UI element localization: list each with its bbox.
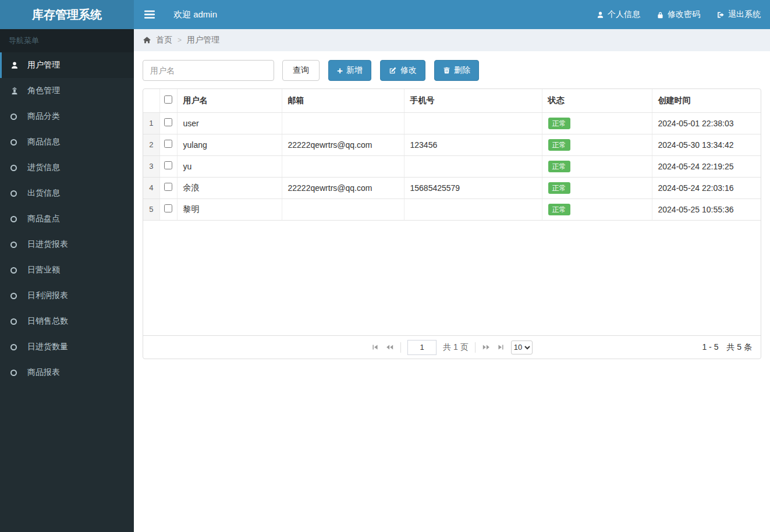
circle-icon — [10, 216, 23, 222]
status-badge: 正常 — [548, 118, 570, 129]
trash-icon — [443, 66, 450, 75]
sidebar-item-6[interactable]: 商品盘点 — [0, 206, 134, 232]
cell-phone — [404, 112, 542, 134]
breadcrumb-separator: > — [178, 36, 182, 44]
sidebar-item-11[interactable]: 日进货数量 — [0, 334, 134, 360]
total-pages-label: 共 1 页 — [443, 342, 469, 353]
row-checkbox[interactable] — [164, 204, 172, 212]
user-icon — [10, 61, 23, 69]
cell-username: 余浪 — [177, 177, 282, 198]
circle-icon — [10, 293, 23, 299]
row-checkbox[interactable] — [164, 140, 172, 148]
user-icon — [597, 11, 604, 19]
row-checkbox[interactable] — [164, 183, 172, 191]
cell-email: 22222qewrtrs@qq.com — [282, 177, 404, 198]
step-backward-icon — [371, 343, 379, 351]
cell-username: yulang — [177, 134, 282, 155]
sidebar-item-0[interactable]: 用户管理 — [0, 52, 134, 78]
table-row[interactable]: 5 黎明 正常 2024-05-25 10:55:36 — [143, 198, 761, 220]
page-number-input[interactable] — [407, 340, 437, 355]
table-row[interactable]: 2 yulang 22222qewrtrs@qq.com 123456 正常 2… — [143, 134, 761, 155]
sidebar: 库存管理系统 导航菜单 用户管理 角色管理 商品分类 商品信息 进货信息 出货信… — [0, 0, 134, 532]
row-index: 1 — [143, 112, 159, 134]
user-table-panel: 用户名 邮箱 手机号 状态 创建时间 1 user 正常 2024-05-01 … — [143, 88, 761, 359]
cell-phone — [404, 198, 542, 220]
prev-page-button[interactable] — [385, 343, 394, 351]
sidebar-item-8[interactable]: 日营业额 — [0, 257, 134, 283]
breadcrumb-home-label[interactable]: 首页 — [156, 35, 172, 45]
circle-icon — [10, 190, 23, 197]
row-index: 5 — [143, 198, 159, 220]
pager-divider — [400, 342, 401, 353]
cell-created: 2024-05-24 22:19:25 — [652, 155, 761, 177]
status-badge: 正常 — [548, 161, 570, 172]
cell-email: 22222qewrtrs@qq.com — [282, 134, 404, 155]
search-button[interactable]: 查询 — [282, 60, 320, 81]
record-range-label: 1 - 5 — [702, 342, 718, 353]
change-password-link[interactable]: 修改密码 — [648, 0, 708, 29]
select-all-checkbox[interactable] — [164, 95, 172, 104]
profile-link[interactable]: 个人信息 — [588, 0, 648, 29]
top-navbar: 欢迎 admin 个人信息 修改密码 退出系统 — [134, 0, 770, 29]
sidebar-item-7[interactable]: 日进货报表 — [0, 232, 134, 257]
home-icon — [143, 36, 151, 44]
row-checkbox[interactable] — [164, 161, 172, 169]
pager-divider — [475, 342, 476, 353]
sidebar-menu: 用户管理 角色管理 商品分类 商品信息 进货信息 出货信息 商品盘点 日进货报表… — [0, 52, 134, 385]
sidebar-item-1[interactable]: 角色管理 — [0, 78, 134, 104]
row-checkbox[interactable] — [164, 118, 172, 126]
cell-status: 正常 — [542, 177, 652, 198]
table-row[interactable]: 1 user 正常 2024-05-01 22:38:03 — [143, 112, 761, 134]
sidebar-item-9[interactable]: 日利润报表 — [0, 283, 134, 308]
table-row[interactable]: 4 余浪 22222qewrtrs@qq.com 15685425579 正常 … — [143, 177, 761, 198]
toolbar: 查询 + 新增 修改 删除 — [143, 60, 761, 81]
last-page-button[interactable] — [497, 343, 505, 351]
next-page-button[interactable] — [482, 343, 491, 351]
lock-icon — [657, 11, 664, 19]
cell-phone: 123456 — [404, 134, 542, 155]
hamburger-icon[interactable] — [134, 0, 165, 29]
cell-created: 2024-05-01 22:38:03 — [652, 112, 761, 134]
circle-icon — [10, 165, 23, 171]
cell-status: 正常 — [542, 155, 652, 177]
circle-icon — [10, 114, 23, 120]
record-total-label: 共 5 条 — [726, 342, 752, 353]
column-header-phone: 手机号 — [404, 89, 542, 112]
add-button[interactable]: + 新增 — [328, 60, 371, 81]
cell-username: yu — [177, 155, 282, 177]
cell-created: 2024-05-30 13:34:42 — [652, 134, 761, 155]
sidebar-item-2[interactable]: 商品分类 — [0, 104, 134, 129]
breadcrumb-home[interactable]: 首页 — [143, 35, 172, 45]
logout-link[interactable]: 退出系统 — [708, 0, 770, 29]
edit-button[interactable]: 修改 — [380, 60, 425, 81]
user-table: 用户名 邮箱 手机号 状态 创建时间 1 user 正常 2024-05-01 … — [143, 89, 761, 221]
circle-icon — [10, 139, 23, 146]
cell-username: user — [177, 112, 282, 134]
cell-phone: 15685425579 — [404, 177, 542, 198]
sidebar-item-12[interactable]: 商品报表 — [0, 360, 134, 385]
cell-status: 正常 — [542, 198, 652, 220]
sidebar-item-4[interactable]: 进货信息 — [0, 155, 134, 180]
page-size-select[interactable]: 10 — [511, 341, 533, 354]
circle-icon — [10, 344, 23, 350]
app-title[interactable]: 库存管理系统 — [0, 0, 134, 29]
cell-status: 正常 — [542, 112, 652, 134]
sign-out-icon — [716, 11, 725, 19]
sidebar-item-3[interactable]: 商品信息 — [0, 129, 134, 155]
table-row[interactable]: 3 yu 正常 2024-05-24 22:19:25 — [143, 155, 761, 177]
select-all-cell — [159, 89, 177, 112]
circle-icon — [10, 267, 23, 274]
plus-icon: + — [337, 66, 343, 76]
sidebar-menu-header: 导航菜单 — [0, 29, 134, 52]
row-index: 3 — [143, 155, 159, 177]
sidebar-item-10[interactable]: 日销售总数 — [0, 308, 134, 334]
delete-button[interactable]: 删除 — [434, 60, 479, 81]
breadcrumb: 首页 > 用户管理 — [134, 29, 770, 51]
first-page-button[interactable] — [371, 343, 379, 351]
sidebar-item-5[interactable]: 出货信息 — [0, 180, 134, 206]
cell-status: 正常 — [542, 134, 652, 155]
username-search-input[interactable] — [143, 60, 274, 81]
row-index: 4 — [143, 177, 159, 198]
column-header-created: 创建时间 — [652, 89, 761, 112]
step-forward-icon — [497, 343, 505, 351]
